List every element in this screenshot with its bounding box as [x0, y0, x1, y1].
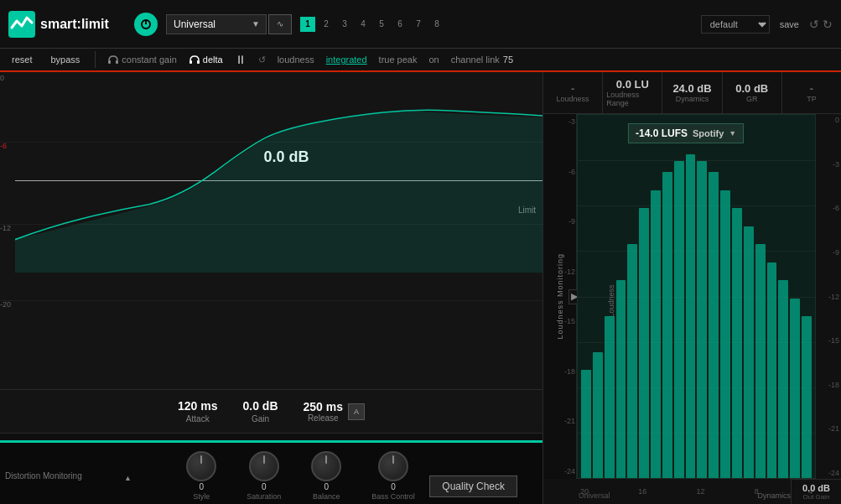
y-left-3: -9 [545, 217, 575, 226]
attack-label: Attack [186, 414, 210, 423]
style-knob[interactable] [186, 451, 216, 481]
default-area: default ▼ save ↺ ↻ [701, 15, 833, 34]
dynamics-name: Dynamics [676, 95, 709, 103]
bar-1 [581, 370, 591, 478]
integrated-tab[interactable]: integrated [326, 55, 367, 65]
dynamics-val: 24.0 dB [672, 82, 711, 95]
preset-3[interactable]: 3 [337, 17, 352, 32]
true-peak-tab[interactable]: true peak [379, 55, 418, 65]
reset-button[interactable]: reset [8, 53, 35, 66]
release-label: Release [308, 413, 339, 423]
y-right-7: -21 [818, 424, 839, 433]
logo-area: smart:limit [8, 11, 126, 38]
headphone-icon-1 [107, 54, 119, 65]
y-left-4: -12 [545, 268, 575, 276]
second-bar: reset bypass constant gain delta ⏸ ↺ lou… [0, 49, 841, 72]
auto-button[interactable]: A [348, 403, 365, 420]
on-btn[interactable]: on [428, 55, 439, 65]
preset-select-area: Universal ▼ [166, 14, 260, 34]
bar-17 [767, 262, 777, 478]
release-value: 250 ms [304, 400, 343, 413]
save-button[interactable]: save [776, 18, 802, 31]
bar-2 [593, 352, 603, 478]
x-axis-3: 12 [696, 487, 704, 496]
preset-8[interactable]: 8 [429, 17, 444, 32]
tp-val: - [810, 82, 813, 95]
bar-18 [778, 280, 788, 478]
bar-10 [686, 154, 696, 478]
bypass-button[interactable]: bypass [47, 53, 83, 66]
db-mark-neg12: -12 [0, 224, 11, 232]
channel-link-value[interactable]: 75 [503, 55, 513, 65]
grid-line-3 [0, 300, 542, 301]
out-gain-area: 0.0 dB Out Gain [791, 479, 841, 504]
db-mark-neg6: -6 [0, 142, 7, 150]
loudness-range-val: 0.0 LU [616, 78, 649, 91]
y-right-2: -6 [818, 204, 839, 212]
bar-12 [709, 172, 719, 478]
svg-rect-4 [116, 60, 118, 64]
preset-7[interactable]: 7 [411, 17, 426, 32]
bar-4 [616, 280, 626, 478]
waveform-display [15, 72, 542, 273]
bass-control-knob[interactable] [378, 451, 408, 481]
power-button[interactable] [134, 13, 158, 36]
y-left-8: -24 [545, 467, 575, 475]
loudness-range-name: Loudness Range [606, 91, 658, 107]
y-right-4: -12 [818, 293, 839, 301]
preset-6[interactable]: 6 [392, 17, 408, 32]
metric-dynamics: 24.0 dB Dynamics [662, 72, 722, 113]
bar-20 [802, 316, 812, 478]
delta-btn[interactable]: delta [189, 54, 223, 65]
out-gain-value: 0.0 dB [802, 483, 830, 493]
chart-area: -14.0 LUFS Spotify ▼ Loudness [577, 114, 816, 479]
bar-13 [720, 190, 730, 478]
left-panel: 0 -6 -12 -20 0.0 dB Limit [0, 72, 543, 504]
distortion-section: Distortion Monitoring ▲ 0 Style 0 Satura… [0, 433, 542, 504]
loudness-val: - [571, 82, 574, 95]
bar-7 [651, 190, 661, 478]
balance-knob[interactable] [311, 451, 341, 481]
bar-9 [674, 161, 684, 478]
bass-control-knob-group: 0 Bass Control [371, 451, 415, 501]
y-left-7: -21 [545, 417, 575, 425]
preset-2[interactable]: 2 [319, 17, 334, 32]
saturation-knob[interactable] [249, 451, 279, 481]
y-left-5: -15 [545, 317, 575, 325]
y-right-1: -3 [818, 160, 839, 169]
preset-numbers: 1 2 3 4 5 6 7 8 [300, 17, 444, 32]
attack-value: 120 ms [178, 399, 217, 413]
y-right-5: -15 [818, 336, 839, 345]
undo-redo-area: ↺ ↻ [809, 18, 833, 31]
style-knob-label: Style [193, 492, 210, 501]
distortion-arrow-icon[interactable]: ▲ [124, 474, 132, 482]
preset-1[interactable]: 1 [300, 17, 315, 32]
y-left-2: -6 [545, 168, 575, 176]
undo-button[interactable]: ↺ [809, 18, 819, 31]
y-right-6: -18 [818, 381, 839, 389]
preset-4[interactable]: 4 [356, 17, 371, 32]
bass-control-knob-value: 0 [391, 482, 396, 491]
preset-5[interactable]: 5 [374, 17, 389, 32]
bar-3 [605, 316, 615, 478]
play-pause-button[interactable]: ⏸ [235, 53, 247, 66]
preset-dropdown[interactable]: Universal [166, 14, 267, 34]
quality-check-button[interactable]: Quality Check [429, 475, 517, 497]
y-left-1: -3 [545, 117, 575, 126]
out-gain-label: Out Gain [802, 493, 829, 501]
default-dropdown[interactable]: default [701, 15, 770, 34]
x-axis-2: 16 [638, 487, 646, 496]
viz-button[interactable]: ∿ [268, 14, 292, 34]
headphone-icon-2 [189, 54, 200, 65]
loudness-name: Loudness [557, 95, 589, 103]
chart-y-axis-right: 0 -3 -6 -9 -12 -15 -18 -21 -24 [816, 114, 841, 479]
loop-icon[interactable]: ↺ [258, 55, 266, 65]
distortion-monitoring-label: Distortion Monitoring [5, 471, 82, 481]
loudness-tab[interactable]: loudness [278, 55, 314, 65]
svg-rect-5 [189, 60, 192, 64]
redo-button[interactable]: ↻ [823, 18, 833, 31]
delta-label: delta [203, 55, 223, 65]
constant-gain-btn[interactable]: constant gain [107, 54, 176, 65]
saturation-knob-group: 0 Saturation [247, 451, 281, 501]
bar-14 [732, 208, 742, 478]
